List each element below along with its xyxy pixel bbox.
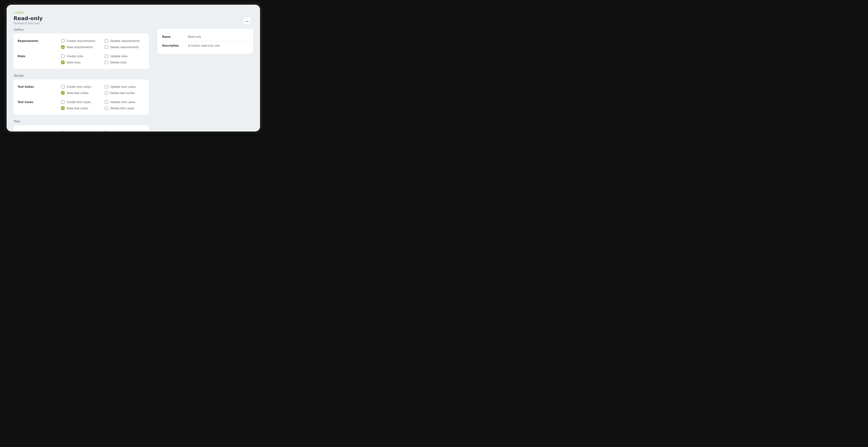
perm-group-label: Risks [18, 54, 61, 58]
perm-update-risks[interactable]: Update risks [105, 54, 145, 58]
perm-create-requirements[interactable]: Create requirements [61, 39, 101, 42]
perm-label: Delete risks [110, 61, 127, 64]
perm-group-test-cases: Test Cases Create test cases Update test… [18, 96, 145, 112]
back-link[interactable]: Roles [13, 11, 24, 14]
checkbox-icon [105, 107, 108, 110]
more-actions-button[interactable] [244, 18, 250, 24]
summary-label: Name [162, 35, 188, 38]
perm-label: Delete requirements [110, 46, 139, 49]
checkbox-icon [105, 85, 108, 88]
perm-label: Delete test suites [110, 91, 135, 95]
perm-create-test-suites[interactable]: Create test suites [61, 85, 101, 88]
checkbox-icon [61, 85, 65, 88]
page-title: Read-only [13, 15, 253, 21]
checkbox-checked-icon [61, 46, 65, 49]
perm-label: Update milestones [110, 131, 136, 132]
perm-delete-requirements[interactable]: Delete requirements [105, 46, 145, 49]
checkbox-icon [105, 61, 108, 64]
permissions-card-plan: Milestones Create milestones Update mile… [13, 125, 149, 131]
checkbox-icon [105, 54, 108, 58]
section-title-define: Define [14, 28, 149, 31]
page-subtitle: Updated 6 days ago [13, 22, 253, 25]
perm-label: Update requirements [110, 39, 140, 42]
perm-group-label: Milestones [18, 131, 61, 131]
perm-update-milestones[interactable]: Update milestones [105, 131, 145, 131]
role-summary-card: Name Read-only Description A custom read… [157, 29, 253, 54]
perm-view-test-suites[interactable]: View test suites [61, 91, 101, 95]
perm-view-risks[interactable]: View risks [61, 61, 101, 64]
svg-point-2 [248, 21, 248, 22]
app-window: Roles Read-only Updated 6 days ago Defin… [7, 5, 260, 131]
perm-update-test-cases[interactable]: Update test cases [105, 100, 145, 104]
checkbox-icon [105, 91, 108, 95]
checkbox-icon [61, 54, 65, 58]
section-title-design: Design [14, 74, 149, 77]
perm-create-risks[interactable]: Create risks [61, 54, 101, 58]
perm-group-label: Requirements [18, 39, 61, 42]
summary-value: A custom read-only role. [188, 44, 220, 47]
checkbox-icon [61, 131, 65, 131]
perm-group-risks: Risks Create risks Update risks [18, 51, 145, 66]
section-title-plan: Plan [14, 120, 149, 123]
perm-label: View requirements [67, 46, 93, 49]
perm-create-milestones[interactable]: Create milestones [61, 131, 101, 131]
checkbox-checked-icon [61, 107, 65, 110]
perm-label: Create test suites [67, 85, 91, 88]
summary-label: Description [162, 44, 188, 47]
perm-delete-test-cases[interactable]: Delete test cases [105, 107, 145, 110]
perm-label: Create milestones [67, 131, 92, 132]
checkbox-icon [105, 131, 108, 131]
perm-create-test-cases[interactable]: Create test cases [61, 100, 101, 104]
svg-point-1 [247, 21, 247, 22]
perm-update-test-suites[interactable]: Update test suites [105, 85, 145, 88]
perm-label: Create risks [67, 55, 83, 58]
perm-label: Delete test cases [110, 107, 134, 110]
checkbox-icon [105, 100, 108, 104]
more-horizontal-icon [246, 19, 248, 23]
summary-value: Read-only [188, 35, 201, 38]
perm-label: Update test cases [110, 100, 135, 104]
perm-group-milestones: Milestones Create milestones Update mile… [18, 129, 145, 131]
perm-view-requirements[interactable]: View requirements [61, 46, 101, 49]
perm-view-test-cases[interactable]: View test cases [61, 107, 101, 110]
chevron-left-icon [13, 11, 16, 14]
perm-group-label: Test Suites [18, 85, 61, 88]
checkbox-icon [105, 39, 108, 42]
checkbox-icon [105, 46, 108, 49]
checkbox-icon [61, 39, 65, 42]
perm-delete-risks[interactable]: Delete risks [105, 61, 145, 64]
permissions-card-define: Requirements Create requirements Update … [13, 33, 149, 69]
checkbox-checked-icon [61, 61, 65, 64]
svg-point-0 [246, 21, 246, 22]
perm-group-test-suites: Test Suites Create test suites Update te… [18, 83, 145, 96]
permissions-card-design: Test Suites Create test suites Update te… [13, 80, 149, 115]
perm-group-label: Test Cases [18, 100, 61, 104]
perm-label: Update risks [110, 55, 128, 58]
summary-row-name: Name Read-only [162, 32, 248, 41]
perm-label: Update test suites [110, 85, 135, 88]
perm-group-requirements: Requirements Create requirements Update … [18, 37, 145, 51]
perm-label: View test cases [67, 107, 88, 110]
perm-label: View risks [67, 61, 81, 64]
perm-delete-test-suites[interactable]: Delete test suites [105, 91, 145, 95]
checkbox-icon [61, 100, 65, 104]
back-link-label: Roles [17, 11, 24, 14]
checkbox-checked-icon [61, 91, 65, 95]
summary-row-description: Description A custom read-only role. [162, 41, 248, 50]
perm-label: Create requirements [67, 39, 95, 42]
perm-update-requirements[interactable]: Update requirements [105, 39, 145, 42]
perm-label: Create test cases [67, 100, 91, 104]
perm-label: View test suites [67, 91, 89, 95]
